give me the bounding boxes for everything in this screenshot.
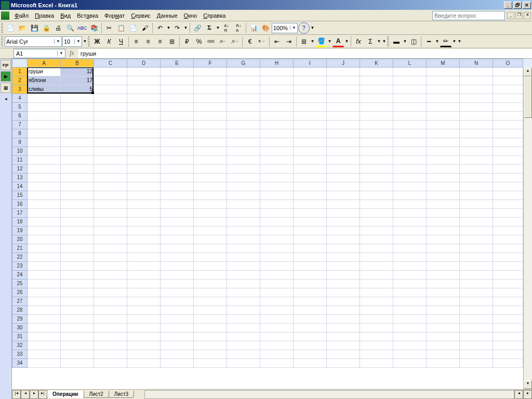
cell-C8[interactable]: [94, 129, 127, 138]
cell-O22[interactable]: [493, 253, 523, 262]
cell-C10[interactable]: [94, 147, 127, 156]
redo-button[interactable]: ↷: [171, 22, 183, 34]
cell-O7[interactable]: [493, 121, 523, 129]
cell-G34[interactable]: [227, 359, 260, 368]
euro-convert-button[interactable]: €→: [256, 36, 268, 47]
cell-K10[interactable]: [360, 147, 393, 156]
cell-A3[interactable]: сливы: [28, 85, 61, 94]
cell-L10[interactable]: [393, 147, 427, 156]
cell-B28[interactable]: [61, 306, 94, 315]
cell-F28[interactable]: [194, 306, 227, 315]
cell-G25[interactable]: [227, 280, 260, 288]
row-header-15[interactable]: 15: [12, 191, 28, 200]
cell-C24[interactable]: [94, 271, 127, 280]
cell-F6[interactable]: [194, 112, 227, 121]
cell-B33[interactable]: [61, 350, 94, 359]
cell-N1[interactable]: [460, 68, 493, 76]
cell-A10[interactable]: [28, 147, 61, 156]
cell-J4[interactable]: [327, 94, 360, 103]
cell-M20[interactable]: [427, 235, 460, 244]
cell-F7[interactable]: [194, 121, 227, 129]
cell-O6[interactable]: [493, 112, 523, 121]
cell-E15[interactable]: [161, 191, 194, 200]
column-header-I[interactable]: I: [294, 59, 327, 68]
cell-B21[interactable]: [61, 244, 94, 253]
cell-L26[interactable]: [393, 288, 427, 297]
cell-L29[interactable]: [393, 315, 427, 324]
cell-G2[interactable]: [227, 76, 260, 85]
cell-F2[interactable]: [194, 76, 227, 85]
zoom-combo[interactable]: 100%▼: [272, 23, 298, 33]
underline-button[interactable]: Ч: [115, 36, 127, 47]
cell-G12[interactable]: [227, 165, 260, 174]
cell-A11[interactable]: [28, 156, 61, 165]
cell-M14[interactable]: [427, 182, 460, 191]
cell-B2[interactable]: 17: [61, 76, 94, 85]
cell-D2[interactable]: [127, 76, 161, 85]
cell-D12[interactable]: [127, 165, 161, 174]
cell-E33[interactable]: [161, 350, 194, 359]
cell-A6[interactable]: [28, 112, 61, 121]
cell-O16[interactable]: [493, 200, 523, 209]
cell-C25[interactable]: [94, 280, 127, 288]
cell-C9[interactable]: [94, 138, 127, 147]
cell-F5[interactable]: [194, 103, 227, 112]
cell-O3[interactable]: [493, 85, 523, 94]
cell-C30[interactable]: [94, 324, 127, 332]
cell-M23[interactable]: [427, 262, 460, 271]
cell-G26[interactable]: [227, 288, 260, 297]
cell-N8[interactable]: [460, 129, 493, 138]
cell-A5[interactable]: [28, 103, 61, 112]
spelling-button[interactable]: ABC: [76, 22, 88, 34]
cell-F18[interactable]: [194, 218, 227, 227]
cell-L9[interactable]: [393, 138, 427, 147]
cell-H32[interactable]: [260, 341, 294, 350]
cell-I1[interactable]: [294, 68, 327, 76]
column-header-C[interactable]: C: [94, 59, 127, 68]
row-header-34[interactable]: 34: [12, 359, 28, 368]
cell-F13[interactable]: [194, 174, 227, 182]
cell-A26[interactable]: [28, 288, 61, 297]
cell-H31[interactable]: [260, 332, 294, 341]
cell-O20[interactable]: [493, 235, 523, 244]
cell-I26[interactable]: [294, 288, 327, 297]
cell-D31[interactable]: [127, 332, 161, 341]
side-btn-1[interactable]: F|F: [1, 60, 11, 70]
align-right-button[interactable]: ≡: [154, 36, 166, 47]
cell-M11[interactable]: [427, 156, 460, 165]
cell-H21[interactable]: [260, 244, 294, 253]
cell-B18[interactable]: [61, 218, 94, 227]
cell-I20[interactable]: [294, 235, 327, 244]
cell-E18[interactable]: [161, 218, 194, 227]
sheet-tab-Операции[interactable]: Операции: [47, 391, 84, 398]
cell-E13[interactable]: [161, 174, 194, 182]
cell-M33[interactable]: [427, 350, 460, 359]
cell-I2[interactable]: [294, 76, 327, 85]
cell-A31[interactable]: [28, 332, 61, 341]
cell-D11[interactable]: [127, 156, 161, 165]
cell-C22[interactable]: [94, 253, 127, 262]
cell-I17[interactable]: [294, 209, 327, 218]
cell-D18[interactable]: [127, 218, 161, 227]
cell-F9[interactable]: [194, 138, 227, 147]
cell-G14[interactable]: [227, 182, 260, 191]
cell-H2[interactable]: [260, 76, 294, 85]
cell-O25[interactable]: [493, 280, 523, 288]
research-button[interactable]: 📚: [88, 22, 100, 34]
decrease-indent-button[interactable]: ⇤: [271, 36, 283, 47]
cell-C2[interactable]: [94, 76, 127, 85]
fx-icon[interactable]: fx: [70, 49, 74, 57]
tab-first-button[interactable]: |◂: [12, 390, 21, 399]
column-header-L[interactable]: L: [393, 59, 427, 68]
cell-I10[interactable]: [294, 147, 327, 156]
cell-M30[interactable]: [427, 324, 460, 332]
cell-O9[interactable]: [493, 138, 523, 147]
euro-button[interactable]: €: [244, 36, 256, 47]
column-header-E[interactable]: E: [161, 59, 194, 68]
cell-M2[interactable]: [427, 76, 460, 85]
column-header-K[interactable]: K: [360, 59, 393, 68]
cell-O2[interactable]: [493, 76, 523, 85]
cell-A19[interactable]: [28, 227, 61, 235]
new-button[interactable]: 📄: [5, 22, 16, 34]
cell-D21[interactable]: [127, 244, 161, 253]
